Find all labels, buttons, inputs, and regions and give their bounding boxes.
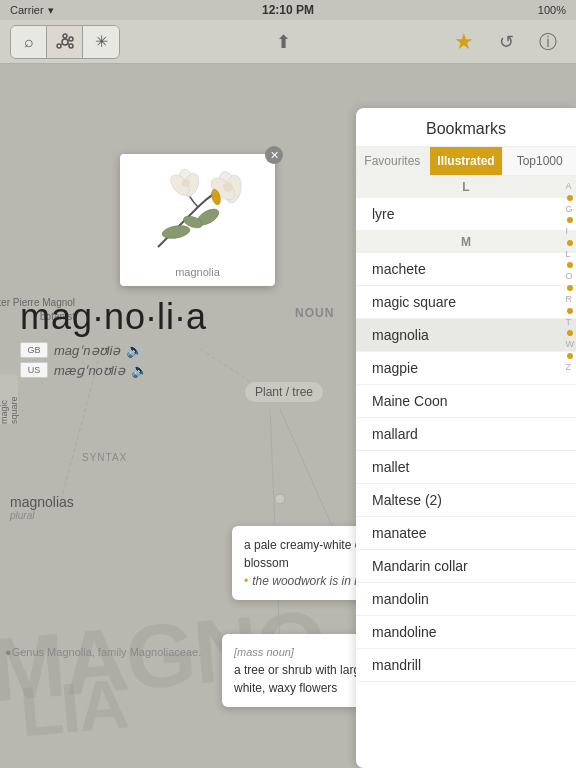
alpha-index: A G I L O R T W Z xyxy=(566,176,575,377)
status-left: Carrier ▾ xyxy=(10,4,54,17)
share-button[interactable]: ⬆ xyxy=(265,26,301,58)
list-item-magpie[interactable]: magpie xyxy=(356,352,576,385)
canvas: MAGNO LIA after Pierre Magnol botanist ✕ xyxy=(0,64,576,768)
alpha-I[interactable]: I xyxy=(566,225,575,238)
alpha-Z[interactable]: Z xyxy=(566,361,575,374)
list-item-mandoline[interactable]: mandoline xyxy=(356,616,576,649)
search-icon: ⌕ xyxy=(24,33,34,51)
word-card-image xyxy=(128,162,267,262)
info-icon: ⓘ xyxy=(539,30,557,54)
alpha-A[interactable]: A xyxy=(566,180,575,193)
svg-point-0 xyxy=(62,39,68,45)
svg-line-10 xyxy=(280,409,340,544)
word-image-card: ✕ xyxy=(120,154,275,286)
alpha-dot-8 xyxy=(567,353,573,359)
alpha-dot-7 xyxy=(567,330,573,336)
battery-text: 100% xyxy=(538,4,566,16)
gb-pronunciation-row: GB magˈnəʊliə 🔊 xyxy=(20,342,207,358)
bg-watermark-lia: LIA xyxy=(17,663,130,752)
us-speaker-button[interactable]: 🔊 xyxy=(131,362,148,378)
star-icon: ★ xyxy=(454,29,474,55)
alpha-W[interactable]: W xyxy=(566,338,575,351)
word-card-close[interactable]: ✕ xyxy=(265,146,283,164)
list-item-mallard[interactable]: mallard xyxy=(356,418,576,451)
alpha-dot-2 xyxy=(567,217,573,223)
svg-point-18 xyxy=(223,182,233,192)
tab-favourites[interactable]: Favourites xyxy=(356,147,430,175)
list-item-mandolin[interactable]: mandolin xyxy=(356,583,576,616)
status-right: 100% xyxy=(538,4,566,16)
bookmark-button[interactable]: ★ xyxy=(446,26,482,58)
plural-word: magnolias xyxy=(10,494,74,510)
section-header-L: L xyxy=(356,176,576,198)
list-item-lyre[interactable]: lyre xyxy=(356,198,576,231)
alpha-L[interactable]: L xyxy=(566,248,575,261)
tab-illustrated[interactable]: Illustrated xyxy=(430,147,504,175)
genus-text: ●Genus Magnolia, family Magnoliaceae. xyxy=(5,646,201,658)
list-item-magic-square[interactable]: magic square xyxy=(356,286,576,319)
svg-point-14 xyxy=(275,494,285,504)
svg-point-3 xyxy=(69,44,73,48)
svg-point-22 xyxy=(182,179,190,187)
us-pron-text: mæɡˈnoʊliə xyxy=(54,363,125,378)
share-icon: ⬆ xyxy=(276,31,291,53)
bookmarks-tab-row: Favourites Illustrated Top1000 xyxy=(356,147,576,176)
alpha-T[interactable]: T xyxy=(566,316,575,329)
bookmarks-title: Bookmarks xyxy=(356,108,576,147)
asterisk-icon: ✳ xyxy=(95,32,108,51)
alpha-dot-3 xyxy=(567,240,573,246)
search-button[interactable]: ⌕ xyxy=(11,26,47,58)
wifi-icon: ▾ xyxy=(48,4,54,17)
svg-point-2 xyxy=(69,37,73,41)
word-title: mag·no·li·a xyxy=(20,296,207,338)
svg-line-6 xyxy=(68,40,69,41)
alpha-dot-1 xyxy=(567,195,573,201)
status-bar: Carrier ▾ 12:10 PM 100% xyxy=(0,0,576,20)
word-card-label: magnolia xyxy=(128,266,267,278)
list-item-maltese-(2)[interactable]: Maltese (2) xyxy=(356,484,576,517)
graph-icon xyxy=(55,32,75,52)
plural-node: magnolias plural xyxy=(10,494,74,521)
tab-top1000[interactable]: Top1000 xyxy=(503,147,576,175)
plant-tree-node[interactable]: Plant / tree xyxy=(245,382,323,402)
magnolia-illustration xyxy=(138,167,258,257)
alpha-G[interactable]: G xyxy=(566,203,575,216)
graph-button[interactable] xyxy=(47,26,83,58)
alpha-dot-5 xyxy=(567,285,573,291)
alpha-O[interactable]: O xyxy=(566,270,575,283)
list-item-magnolia[interactable]: magnolia xyxy=(356,319,576,352)
list-item-mandarin-collar[interactable]: Mandarin collar xyxy=(356,550,576,583)
main-word-display: mag·no·li·a GB magˈnəʊliə 🔊 US mæɡˈnoʊli… xyxy=(20,296,207,378)
bookmark-list: L lyre M machetemagic squaremagnoliamagp… xyxy=(356,176,576,748)
list-item-mandrill[interactable]: mandrill xyxy=(356,649,576,682)
noun-tag: NOUN xyxy=(295,306,334,320)
toolbar-group-left: ⌕ ✳ xyxy=(10,25,120,59)
alpha-R[interactable]: R xyxy=(566,293,575,306)
svg-point-1 xyxy=(63,34,67,38)
svg-line-7 xyxy=(68,43,69,45)
status-time: 12:10 PM xyxy=(262,3,314,17)
carrier-text: Carrier xyxy=(10,4,44,16)
side-tab-text: magic square xyxy=(0,374,19,424)
svg-point-25 xyxy=(161,224,191,241)
refresh-button[interactable]: ↺ xyxy=(488,26,524,58)
alpha-dot-6 xyxy=(567,308,573,314)
plural-label: plural xyxy=(10,510,74,521)
info-button[interactable]: ⓘ xyxy=(530,26,566,58)
bookmarks-panel: Bookmarks Favourites Illustrated Top1000… xyxy=(356,108,576,768)
us-badge: US xyxy=(20,362,48,378)
toolbar: ⌕ ✳ ⬆ ★ ↺ ⓘ xyxy=(0,20,576,64)
gb-badge: GB xyxy=(20,342,48,358)
list-item-manatee[interactable]: manatee xyxy=(356,517,576,550)
gb-pron-text: magˈnəʊliə xyxy=(54,343,120,358)
list-item-maine-coon[interactable]: Maine Coon xyxy=(356,385,576,418)
section-header-M: M xyxy=(356,231,576,253)
list-item-mallet[interactable]: mallet xyxy=(356,451,576,484)
list-item-machete[interactable]: machete xyxy=(356,253,576,286)
refresh-icon: ↺ xyxy=(499,31,514,53)
side-tab[interactable]: magic square xyxy=(0,374,18,424)
alpha-dot-4 xyxy=(567,262,573,268)
syntax-label: SYNTAX xyxy=(82,452,127,463)
asterisk-button[interactable]: ✳ xyxy=(83,26,119,58)
gb-speaker-button[interactable]: 🔊 xyxy=(126,342,143,358)
